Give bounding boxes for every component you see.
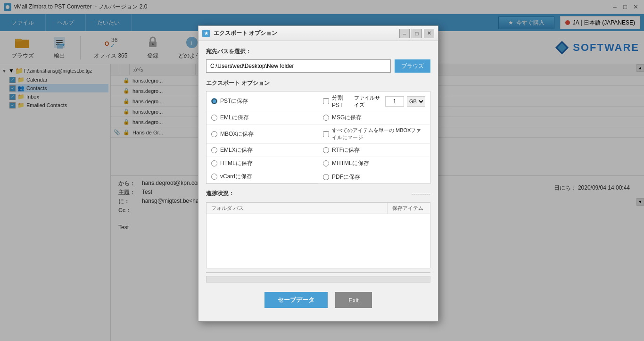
progress-label-row: 進捗状況： ---------- [206, 190, 430, 198]
emlx-radio[interactable] [211, 147, 217, 153]
folder-table-header: フォルダ パス 保存アイテム [206, 203, 430, 214]
file-size-label: ファイルサイズ [354, 94, 382, 108]
option-vcard: vCardに保存 [206, 170, 318, 183]
dialog-title-content: ★ エクスポート オプション [202, 29, 277, 37]
mhtml-label: MHTMLに保存 [332, 159, 369, 167]
vcard-label: vCardに保存 [220, 173, 252, 181]
divider-line [206, 272, 430, 273]
option-html: HTMLに保存 [206, 157, 318, 170]
mbox-radio[interactable] [211, 131, 217, 137]
eml-radio[interactable] [211, 115, 217, 121]
eml-label: EMLに保存 [220, 114, 249, 122]
html-label: HTMLに保存 [220, 159, 253, 167]
option-mbox: MBOXに保存 [206, 125, 318, 144]
merge-mbox-label: すべてのアイテムを単一の MBOXファイルにマージ [332, 127, 425, 141]
pst-radio[interactable] [211, 98, 217, 104]
option-pst: PSTに保存 [206, 91, 318, 111]
save-data-button[interactable]: セーブデータ [264, 292, 328, 308]
split-unit-select[interactable]: GB MB [407, 96, 425, 107]
path-section-label: 宛先パスを選択： [206, 48, 430, 56]
dialog-controls: – □ ✕ [399, 29, 434, 38]
options-grid: PSTに保存 分割PST ファイルサイズ GB MB EMLに保存 [206, 91, 430, 184]
msg-radio[interactable] [323, 115, 329, 121]
merge-mbox-checkbox[interactable] [323, 131, 329, 137]
option-merge-mbox: すべてのアイテムを単一の MBOXファイルにマージ [318, 125, 430, 144]
progress-label: 進捗状況： [206, 190, 234, 198]
option-mhtml: MHTMLに保存 [318, 157, 430, 170]
pdf-radio[interactable] [323, 174, 329, 180]
progress-section: 進捗状況： ---------- [206, 190, 430, 198]
option-eml: EMLに保存 [206, 111, 318, 125]
option-msg: MSGに保存 [318, 111, 430, 125]
export-options-label: エクスポート オプション [206, 79, 430, 87]
rtf-radio[interactable] [323, 147, 329, 153]
split-pst-checkbox[interactable] [323, 98, 329, 104]
pdf-label: PDFに保存 [332, 173, 360, 181]
vcard-radio[interactable] [211, 174, 217, 180]
dialog-maximize-button[interactable]: □ [412, 29, 422, 38]
export-dialog: ★ エクスポート オプション – □ ✕ 宛先パスを選択： ブラウズ エクスポー… [198, 25, 438, 322]
dialog-close-button[interactable]: ✕ [424, 29, 434, 38]
option-pdf: PDFに保存 [318, 170, 430, 183]
html-radio[interactable] [211, 160, 217, 166]
split-size-input[interactable] [385, 96, 404, 107]
progress-dashes: ---------- [412, 191, 430, 197]
exit-button[interactable]: Exit [335, 292, 372, 308]
pst-label: PSTに保存 [220, 97, 248, 105]
folder-path-header: フォルダ パス [206, 203, 388, 214]
browse-dialog-button[interactable]: ブラウズ [395, 59, 430, 73]
dialog-title-bar: ★ エクスポート オプション – □ ✕ [198, 26, 438, 41]
dialog-minimize-button[interactable]: – [399, 29, 410, 38]
option-split-pst: 分割PST ファイルサイズ GB MB [318, 91, 430, 111]
progress-bar-container [206, 276, 430, 283]
folder-table-body [206, 214, 430, 268]
dialog-body: 宛先パスを選択： ブラウズ エクスポート オプション PSTに保存 分割PST … [198, 41, 438, 321]
msg-label: MSGに保存 [332, 114, 362, 122]
mbox-label: MBOXに保存 [220, 130, 254, 138]
dialog-title-text: エクスポート オプション [214, 29, 277, 37]
folder-table: フォルダ パス 保存アイテム [206, 202, 430, 268]
mhtml-radio[interactable] [323, 160, 329, 166]
dialog-icon: ★ [202, 30, 210, 37]
option-rtf: RTFに保存 [318, 144, 430, 157]
option-emlx: EMLXに保存 [206, 144, 318, 157]
dialog-footer: セーブデータ Exit [206, 289, 430, 315]
saved-items-header: 保存アイテム [388, 203, 430, 214]
path-row: ブラウズ [206, 59, 430, 73]
split-pst-label: 分割PST [332, 94, 349, 108]
modal-overlay: ★ エクスポート オプション – □ ✕ 宛先パスを選択： ブラウズ エクスポー… [0, 0, 644, 341]
destination-path-input[interactable] [206, 59, 391, 73]
rtf-label: RTFに保存 [332, 146, 360, 154]
emlx-label: EMLXに保存 [220, 146, 253, 154]
